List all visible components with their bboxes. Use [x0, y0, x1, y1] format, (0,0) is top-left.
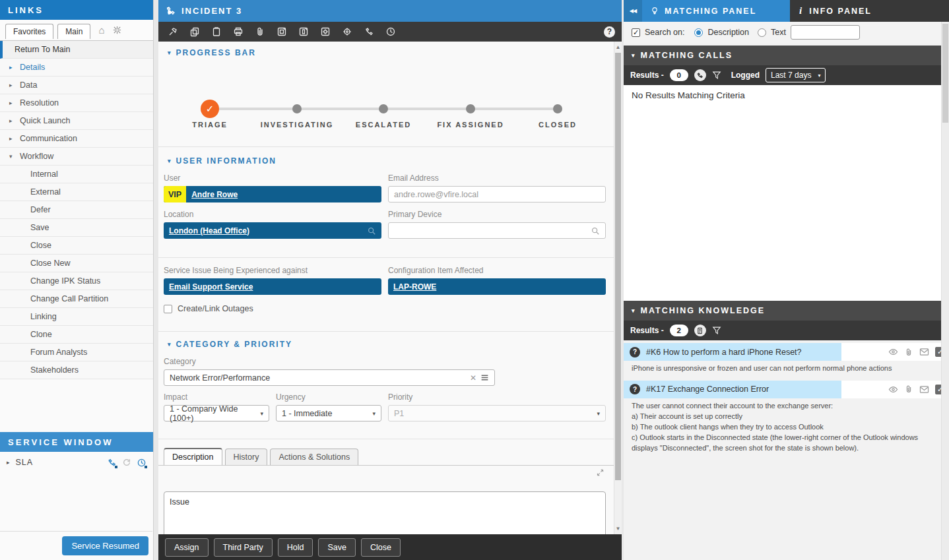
right-panel-scrollbar[interactable] [941, 22, 949, 560]
pin-icon[interactable] [165, 24, 181, 40]
mail-icon[interactable] [919, 348, 929, 356]
attachment-icon[interactable] [904, 385, 913, 394]
attachment-icon[interactable] [252, 24, 268, 40]
scroll-down-icon[interactable]: ▼ [614, 526, 622, 532]
mail-icon[interactable] [919, 385, 929, 394]
sidebar-item-close-new[interactable]: Close New [0, 255, 153, 272]
tab-description[interactable]: Description [164, 448, 222, 465]
search-icon[interactable] [367, 226, 376, 235]
service-resumed-button[interactable]: Service Resumed [62, 536, 148, 555]
clock-icon[interactable] [383, 24, 399, 40]
settings-box-icon[interactable] [317, 24, 333, 40]
sidebar-item-internal[interactable]: Internal [0, 166, 153, 183]
user-info-section-header[interactable]: ▾ USER INFORMATION [158, 147, 614, 173]
knowledge-item[interactable]: ? #K17 Exchange Connection Error ✓ [624, 381, 949, 398]
gear-icon[interactable] [339, 24, 355, 40]
clear-icon[interactable]: ✕ [470, 373, 476, 383]
match-search-input[interactable] [791, 25, 860, 40]
email-field[interactable] [388, 186, 606, 202]
urgency-select[interactable]: 1 - Immediate ▾ [276, 405, 381, 421]
phone-icon[interactable] [694, 69, 706, 81]
filter-icon[interactable] [712, 326, 721, 335]
tab-actions-solutions[interactable]: Actions & Solutions [270, 449, 358, 465]
sidebar-item-close[interactable]: Close [0, 237, 153, 255]
location-link[interactable]: London (Head Office) [169, 226, 249, 235]
menu-icon[interactable] [480, 373, 489, 382]
clipboard-icon[interactable] [209, 24, 224, 40]
primary-device-field[interactable] [388, 222, 606, 239]
incident-scrollbar[interactable]: ▲ ▼ [614, 42, 622, 534]
sidebar-item-linking[interactable]: Linking [0, 308, 153, 326]
matching-calls-header[interactable]: ▾ MATCHING CALLS [624, 46, 949, 65]
user-link[interactable]: Andre Rowe [191, 190, 238, 199]
eye-icon[interactable] [888, 347, 898, 357]
sla-row[interactable]: ▸ SLA [0, 452, 153, 472]
sidebar-item-quick-launch[interactable]: ▸Quick Launch [0, 112, 153, 130]
sidebar-item-return-to-main[interactable]: Return To Main [0, 41, 153, 59]
filter-icon[interactable] [712, 71, 721, 80]
close-button[interactable]: Close [361, 538, 401, 557]
save-record-icon[interactable] [274, 24, 290, 40]
tab-matching-panel[interactable]: MATCHING PANEL [642, 0, 790, 22]
category-section-header[interactable]: ▾ CATEGORY & PRIORITY [158, 332, 614, 357]
sidebar-item-change-ipk-status[interactable]: Change IPK Status [0, 272, 153, 290]
sidebar-item-communication[interactable]: ▸Communication [0, 130, 153, 148]
config-item-link[interactable]: LAP-ROWE [393, 282, 436, 292]
knowledge-title[interactable]: #K6 How to perform a hard iPhone Reset? [646, 348, 802, 357]
location-field[interactable]: London (Head Office) [164, 222, 381, 239]
scrollbar-thumb[interactable] [942, 24, 948, 123]
service-issue-link[interactable]: Email Support Service [169, 282, 253, 292]
impact-select[interactable]: 1 - Company Wide (100+) ▾ [164, 405, 269, 421]
matching-knowledge-header[interactable]: ▾ MATCHING KNOWLEDGE [624, 301, 949, 321]
sidebar-item-stakeholders[interactable]: Stakeholders [0, 361, 153, 379]
device-record-icon[interactable] [296, 24, 311, 40]
scrollbar-thumb[interactable] [615, 53, 621, 480]
search-icon[interactable] [591, 226, 600, 235]
clock-icon[interactable] [137, 458, 147, 468]
sidebar-item-data[interactable]: ▸Data [0, 77, 153, 94]
sidebar-item-external[interactable]: External [0, 183, 153, 201]
phone-link-icon[interactable] [361, 24, 377, 40]
attachment-icon[interactable] [904, 348, 913, 357]
progress-section-header[interactable]: ▾ PROGRESS BAR [158, 42, 614, 57]
save-button[interactable]: Save [318, 538, 356, 557]
tab-info-panel[interactable]: i INFO PANEL [790, 0, 949, 22]
sidebar-item-defer[interactable]: Defer [0, 201, 153, 219]
user-field[interactable]: VIP Andre Rowe [164, 186, 381, 202]
service-issue-field[interactable]: Email Support Service [164, 278, 381, 295]
third-party-button[interactable]: Third Party [214, 538, 273, 557]
tab-main[interactable]: Main [57, 24, 90, 39]
collapse-panel-button[interactable]: ◀◀ [624, 0, 642, 22]
sidebar-item-forum-analysts[interactable]: Forum Analysts [0, 344, 153, 361]
collapse-all-icon[interactable] [112, 25, 122, 35]
eye-icon[interactable] [888, 385, 898, 394]
category-field[interactable]: Network Error/Performance ✕ [164, 369, 495, 386]
copy-icon[interactable] [187, 24, 203, 40]
scroll-up-icon[interactable]: ▲ [614, 44, 622, 50]
logged-select[interactable]: Last 7 days ▾ [766, 68, 826, 82]
sidebar-item-change-call-partition[interactable]: Change Call Partition [0, 290, 153, 308]
sidebar-item-save[interactable]: Save [0, 219, 153, 237]
knowledge-title[interactable]: #K17 Exchange Connection Error [646, 385, 769, 394]
refresh-icon[interactable] [122, 458, 131, 467]
config-item-field[interactable]: LAP-ROWE [388, 278, 606, 295]
hold-button[interactable]: Hold [278, 538, 313, 557]
description-textarea[interactable]: Issue [164, 491, 606, 534]
tab-favorites[interactable]: Favorites [5, 24, 53, 39]
sidebar-item-resolution[interactable]: ▸Resolution [0, 94, 153, 112]
search-on-checkbox[interactable]: ✓ [632, 28, 640, 37]
book-icon[interactable] [694, 325, 706, 336]
expand-icon[interactable] [596, 468, 605, 477]
tab-history[interactable]: History [225, 449, 268, 465]
phone-icon[interactable] [107, 458, 117, 468]
assign-button[interactable]: Assign [165, 538, 209, 557]
sidebar-item-workflow[interactable]: ▾Workflow [0, 148, 153, 166]
radio-text[interactable] [758, 28, 766, 37]
sidebar-item-details[interactable]: ▸Details [0, 59, 153, 77]
home-icon[interactable]: ⌂ [98, 25, 104, 35]
radio-description[interactable] [694, 28, 703, 37]
help-icon[interactable]: ? [604, 26, 615, 38]
knowledge-item[interactable]: ? #K6 How to perform a hard iPhone Reset… [624, 343, 949, 361]
print-icon[interactable] [230, 24, 246, 40]
outages-checkbox[interactable] [164, 305, 172, 313]
